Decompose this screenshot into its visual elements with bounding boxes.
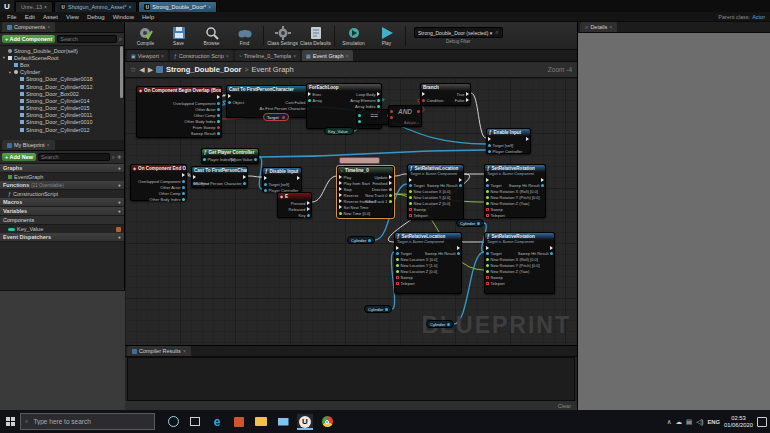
bool-pin[interactable] (422, 99, 425, 102)
node-set-rel-loc-2[interactable]: ƒSetRelativeLocationTarget is Scene Comp… (394, 232, 462, 294)
pin-row[interactable]: Teleport (396, 281, 415, 287)
exec-pin[interactable] (488, 137, 491, 141)
pin-row[interactable]: As First Person Character (195, 180, 246, 186)
component-row-strong-double-door-self[interactable]: Strong_Double_Door(self) (2, 47, 124, 54)
node-set-rel-rot-2[interactable]: ƒSetRelativeRotationTarget is Scene Comp… (484, 232, 555, 294)
exec-pin[interactable] (339, 175, 342, 179)
taskbar-icon-folder[interactable] (253, 414, 269, 430)
clock[interactable]: 02:53 01/06/2020 (724, 415, 753, 428)
menu-item-file[interactable]: File (3, 14, 21, 20)
section-graphs[interactable]: Graphs+ (0, 164, 124, 173)
component-row-box[interactable]: Box (2, 61, 124, 68)
capsule-cylinder-2[interactable]: Cylinder (456, 219, 484, 227)
exec-pin[interactable] (541, 178, 544, 182)
float-pin[interactable] (409, 202, 412, 205)
exec-pin[interactable] (339, 193, 342, 197)
node-disable-input[interactable]: ƒDisable InputTarget [self]Player Contro… (262, 167, 302, 192)
pin-row[interactable]: Player Controller (488, 148, 522, 154)
tab-compiler-results[interactable]: Compiler Results× (127, 346, 191, 356)
exec-pin[interactable] (339, 205, 342, 209)
pin-row[interactable] (416, 108, 421, 114)
object-pin[interactable] (217, 114, 220, 117)
taskbar-icon-mail[interactable] (275, 414, 291, 430)
float-pin[interactable] (389, 194, 392, 197)
bool-pin[interactable] (390, 110, 393, 113)
myblueprint-search-input[interactable] (38, 153, 110, 161)
component-row-strong-door-box002[interactable]: Strong_Door_Box002 (2, 90, 124, 97)
toolbar-button-compile[interactable]: Compile (129, 23, 162, 49)
float-pin[interactable] (409, 190, 412, 193)
object-pin[interactable] (243, 182, 246, 185)
int-pin[interactable] (377, 99, 380, 102)
instance-editable-icon[interactable] (116, 227, 121, 232)
window-tab-unre-13[interactable]: Unre..13× (15, 1, 53, 12)
object-pin[interactable] (307, 214, 310, 217)
object-pin[interactable] (409, 184, 412, 187)
pin-row[interactable]: Array (308, 97, 322, 103)
float-pin[interactable] (396, 270, 399, 273)
start-button[interactable] (0, 410, 20, 433)
parent-class-value[interactable]: Actor (752, 14, 765, 20)
add-component-button[interactable]: + Add Component (2, 35, 55, 43)
tab-components[interactable]: Components× (2, 22, 55, 32)
components-scrollbar[interactable] (120, 46, 123, 98)
variable-pin[interactable] (385, 308, 388, 311)
toolbar-button-browse[interactable]: Browse (195, 23, 228, 49)
section-functions[interactable]: Functions(21 Overridable)+ (0, 181, 124, 190)
boolbox-pin[interactable] (486, 276, 489, 279)
toolbar-button-simulation[interactable]: Simulation (337, 23, 370, 49)
breadcrumb-root[interactable]: Strong_Double_Door (166, 65, 241, 74)
float-pin[interactable] (396, 264, 399, 267)
add-icon[interactable]: + (118, 199, 121, 205)
close-icon[interactable]: × (47, 24, 50, 30)
object-pin[interactable] (264, 189, 267, 192)
exec-pin[interactable] (339, 181, 342, 185)
bool-pin[interactable] (390, 116, 393, 119)
float-pin[interactable] (486, 202, 489, 205)
blueprint-canvas[interactable]: BLUEPRINT ◆On Component Begin Overlap (B… (125, 78, 577, 345)
toolbar-button-save[interactable]: Save (162, 23, 195, 49)
bool-pin[interactable] (417, 110, 420, 113)
node-and[interactable]: ANDAdd pin + (388, 105, 422, 127)
exec-pin[interactable] (486, 246, 489, 250)
object-pin[interactable] (217, 108, 220, 111)
taskbar-icon-taskview[interactable] (187, 414, 203, 430)
section-event-dispatchers[interactable]: Event Dispatchers+ (0, 233, 124, 242)
int-pin[interactable] (308, 99, 311, 102)
exec-pin[interactable] (409, 178, 412, 182)
node-branch[interactable]: BranchConditionTrueFalse (420, 83, 471, 106)
window-tab-strong-double-door[interactable]: UStrong_Double_Door*× (138, 1, 217, 12)
add-icon[interactable]: + (118, 182, 121, 188)
capsule-cylinder-1[interactable]: Cylinder (347, 236, 375, 244)
onedrive-icon[interactable]: ☁ (676, 418, 683, 426)
component-row-strong-door-cylinder0018[interactable]: Strong_Door_Cylinder0018 (2, 76, 124, 83)
int-pin[interactable] (377, 105, 380, 108)
exec-pin[interactable] (389, 175, 392, 179)
component-row-strong-door-cylinder012[interactable]: Strong_Door_Cylinder012 (2, 126, 124, 133)
pin-row[interactable]: Sweep Hit Result (427, 183, 462, 189)
pin-row[interactable] (358, 118, 363, 124)
component-row-strong-door-cylinder0010[interactable]: Strong_Door_Cylinder0010 (2, 119, 124, 126)
variable-pin[interactable] (447, 323, 450, 326)
object-pin[interactable] (254, 158, 257, 161)
menu-item-view[interactable]: View (62, 14, 83, 20)
add-new-button[interactable]: + Add New (2, 153, 36, 161)
close-icon[interactable]: × (293, 53, 296, 59)
node-timeline-0[interactable]: ◔Timeline_0PlayPlay from StartStopRevers… (337, 166, 394, 218)
boolbox-pin[interactable] (409, 208, 412, 211)
object-pin[interactable] (541, 184, 544, 187)
node-cast-fpc-2[interactable]: Cast To FirstPersonCharacterObjectAs Fir… (191, 166, 248, 188)
capsule-cylinder-3[interactable]: Cylinder (364, 305, 392, 313)
pin-row[interactable]: Sweep Hit Result (509, 183, 544, 189)
object-pin[interactable] (182, 186, 185, 189)
variable-pin[interactable] (368, 239, 371, 242)
object-pin[interactable] (486, 252, 489, 255)
tab-my-blueprint[interactable]: My Blueprint× (2, 140, 55, 150)
nav-back-icon[interactable]: ◀ (139, 66, 144, 74)
float-pin[interactable] (339, 212, 342, 215)
boolbox-pin[interactable] (396, 282, 399, 285)
menu-item-debug[interactable]: Debug (83, 14, 109, 20)
add-icon[interactable]: + (118, 234, 121, 240)
menu-item-edit[interactable]: Edit (21, 14, 39, 20)
pin-row[interactable]: Return Value (229, 156, 257, 162)
